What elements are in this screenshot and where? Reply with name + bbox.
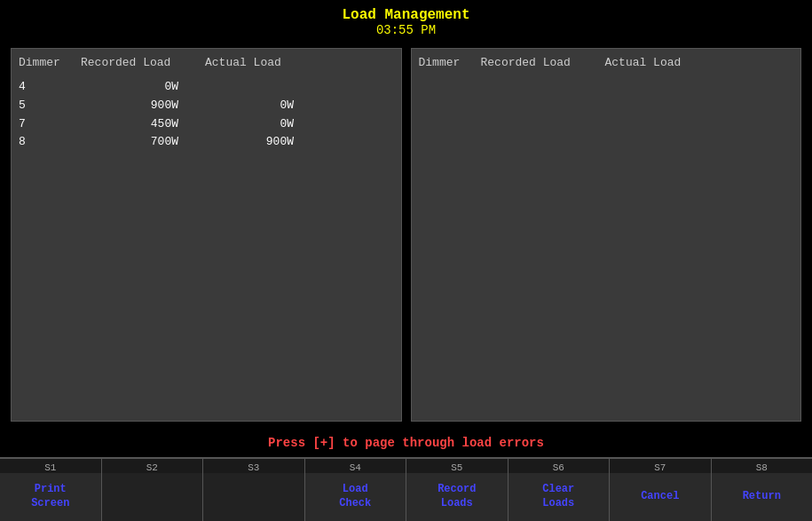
cell-recorded: 900W bbox=[81, 97, 205, 115]
cell-recorded: 700W bbox=[81, 133, 205, 152]
softkey-button-s5[interactable]: Record Loads bbox=[406, 473, 508, 521]
cell-actual: 900W bbox=[205, 133, 311, 152]
softkey-item-s7: S7Cancel bbox=[610, 459, 712, 521]
table-row: 8 700W 900W bbox=[19, 133, 394, 152]
softkey-item-s4: S4Load Check bbox=[305, 459, 407, 521]
softkey-label-s7: S7 bbox=[654, 459, 666, 473]
softkey-item-s6: S6Clear Loads bbox=[508, 459, 611, 521]
header: Load Management 03:55 PM bbox=[0, 0, 812, 41]
header-time: 03:55 PM bbox=[0, 23, 812, 37]
softkey-button-s7[interactable]: Cancel bbox=[610, 473, 711, 521]
table-row: 5 900W 0W bbox=[19, 97, 394, 115]
softkey-label-s5: S5 bbox=[451, 459, 462, 473]
left-col-dimmer-header: Dimmer bbox=[19, 56, 81, 69]
status-message: Press [+] to page through load errors bbox=[0, 429, 812, 457]
left-col-recorded-header: Recorded Load bbox=[81, 56, 205, 69]
softkey-button-s4[interactable]: Load Check bbox=[305, 473, 406, 521]
main-content: Dimmer Recorded Load Actual Load 4 0W 5 … bbox=[0, 41, 812, 429]
softkey-button-s1[interactable]: Print Screen bbox=[0, 473, 101, 521]
cell-actual: 0W bbox=[205, 97, 311, 115]
page-title: Load Management bbox=[0, 7, 812, 23]
right-col-dimmer-header: Dimmer bbox=[419, 56, 481, 69]
cell-dimmer: 8 bbox=[19, 133, 81, 152]
right-col-actual-header: Actual Load bbox=[605, 56, 712, 69]
softkey-button-s2 bbox=[102, 473, 203, 521]
softkey-button-s3 bbox=[203, 473, 304, 521]
cell-dimmer: 4 bbox=[19, 78, 81, 97]
left-table-body: 4 0W 5 900W 0W 7 450W 0W 8 700W 900W bbox=[12, 75, 401, 414]
softkey-item-s8: S8Return bbox=[712, 459, 813, 521]
softkey-label-s6: S6 bbox=[553, 459, 564, 473]
softkey-bar: S1Print ScreenS2S3S4Load CheckS5Record L… bbox=[0, 457, 812, 521]
right-col-recorded-header: Recorded Load bbox=[481, 56, 605, 69]
cell-recorded: 450W bbox=[81, 115, 205, 134]
right-table-body bbox=[412, 75, 801, 414]
softkey-item-s5: S5Record Loads bbox=[406, 459, 508, 521]
softkey-button-s6[interactable]: Clear Loads bbox=[508, 473, 610, 521]
softkey-button-s8[interactable]: Return bbox=[712, 473, 813, 521]
left-table-panel: Dimmer Recorded Load Actual Load 4 0W 5 … bbox=[11, 48, 402, 422]
softkey-label-s3: S3 bbox=[248, 459, 259, 473]
softkey-item-s2: S2 bbox=[102, 459, 204, 521]
table-row: 7 450W 0W bbox=[19, 115, 394, 134]
right-table-header: Dimmer Recorded Load Actual Load bbox=[412, 56, 801, 75]
softkey-label-s1: S1 bbox=[44, 459, 56, 473]
cell-recorded: 0W bbox=[81, 78, 205, 97]
softkey-item-s1: S1Print Screen bbox=[0, 459, 102, 521]
softkey-item-s3: S3 bbox=[203, 459, 305, 521]
cell-actual: 0W bbox=[205, 115, 311, 134]
softkey-label-s4: S4 bbox=[350, 459, 361, 473]
table-row: 4 0W bbox=[19, 78, 394, 97]
cell-actual bbox=[205, 78, 311, 97]
cell-dimmer: 5 bbox=[19, 97, 81, 115]
softkey-label-s2: S2 bbox=[146, 459, 158, 473]
left-table-header: Dimmer Recorded Load Actual Load bbox=[12, 56, 401, 75]
right-table-panel: Dimmer Recorded Load Actual Load bbox=[411, 48, 802, 422]
cell-dimmer: 7 bbox=[19, 115, 81, 134]
softkey-label-s8: S8 bbox=[756, 459, 768, 473]
left-col-actual-header: Actual Load bbox=[205, 56, 311, 69]
